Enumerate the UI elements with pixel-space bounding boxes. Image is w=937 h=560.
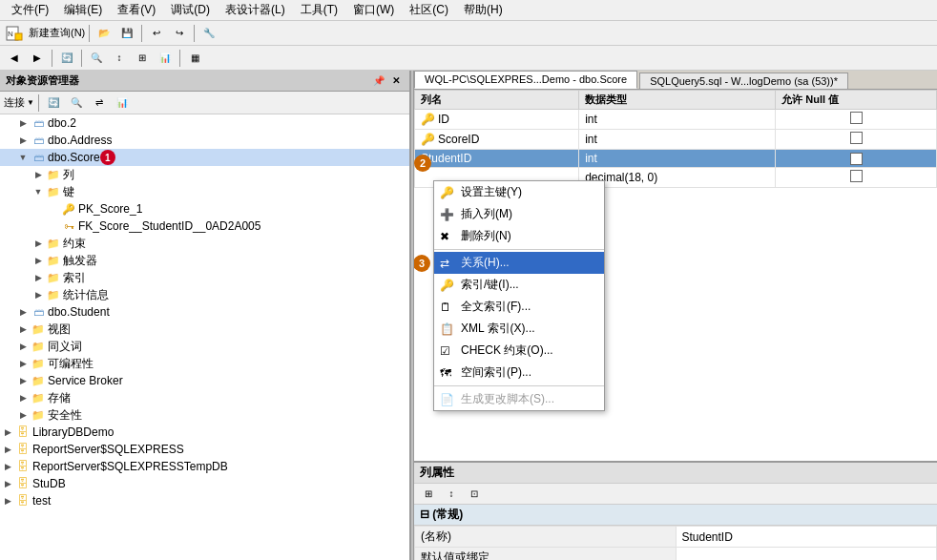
menu-file[interactable]: 文件(F) bbox=[4, 0, 56, 20]
close-panel-btn[interactable]: ✕ bbox=[388, 73, 404, 89]
menu-tools[interactable]: 工具(T) bbox=[293, 0, 345, 20]
tree-item-dbo2[interactable]: ▶ 🗃 dbo.2 bbox=[0, 114, 409, 132]
bottom-content[interactable]: ⊟ (常规) (名称) StudentID 默认值或绑定 数据类型 bbox=[414, 505, 937, 560]
connect-dropdown[interactable]: ▼ bbox=[27, 98, 34, 107]
tree-item-librarydb[interactable]: ▶ 🗄 LibraryDBDemo bbox=[0, 424, 409, 441]
refresh-btn[interactable]: 🔄 bbox=[56, 49, 77, 68]
tree-item-index[interactable]: ▶ 📁 索引 bbox=[0, 269, 409, 286]
forward-btn[interactable]: ▶ bbox=[27, 49, 48, 68]
props-icon-btn[interactable]: ⊡ bbox=[464, 485, 485, 504]
tree-item-constraints[interactable]: ▶ 📁 约束 bbox=[0, 235, 409, 252]
col-btn[interactable]: ▦ bbox=[184, 49, 205, 68]
context-menu[interactable]: 🔑 设置主键(Y) ➕ 插入列(M) ✖ 删除列(N) 3 ⇄ bbox=[433, 180, 605, 411]
sync-btn[interactable]: ⇌ bbox=[89, 93, 110, 113]
tree-item-keys[interactable]: ▼ 📁 键 bbox=[0, 183, 409, 200]
tree-item-dboAddress[interactable]: ▶ 🗃 dbo.Address bbox=[0, 132, 409, 149]
tree-item-columns[interactable]: ▶ 📁 列 bbox=[0, 166, 409, 183]
toolbar-sep-2 bbox=[141, 25, 142, 42]
expand-views[interactable]: ▶ bbox=[15, 321, 31, 337]
expand-dbo2[interactable]: ▶ bbox=[15, 115, 31, 131]
table-row[interactable]: 🔑ScoreID int bbox=[415, 130, 937, 150]
ctx-spatial-index[interactable]: 🗺 空间索引(P)... bbox=[434, 362, 604, 384]
menu-view[interactable]: 查看(V) bbox=[110, 0, 163, 20]
icon-btn[interactable]: ⊞ bbox=[132, 49, 153, 68]
expand-reportservertemp[interactable]: ▶ bbox=[0, 459, 15, 474]
tree-item-security[interactable]: ▶ 📁 安全性 bbox=[0, 406, 409, 424]
ctx-set-primary-key[interactable]: 🔑 设置主键(Y) bbox=[434, 181, 604, 203]
ctx-fulltext-index[interactable]: 🗒 全文索引(F)... bbox=[434, 296, 604, 318]
tree-item-views[interactable]: ▶ 📁 视图 bbox=[0, 321, 409, 338]
tree-item-pk[interactable]: 🔑 PK_Score_1 bbox=[0, 200, 409, 218]
tab-query[interactable]: SQLQuery5.sql - W...logDemo (sa (53))* bbox=[639, 73, 848, 89]
expand-stats[interactable]: ▶ bbox=[31, 287, 46, 302]
expand-reportserver[interactable]: ▶ bbox=[0, 442, 15, 457]
ctx-relations[interactable]: 3 ⇄ 关系(H)... bbox=[434, 252, 604, 274]
menu-edit[interactable]: 编辑(E) bbox=[56, 0, 110, 20]
tab-score[interactable]: WQL-PC\SQLEXPRES...Demo - dbo.Score bbox=[414, 71, 637, 89]
save-btn[interactable]: 💾 bbox=[116, 24, 137, 43]
filter-btn[interactable]: 🔍 bbox=[86, 49, 107, 68]
tree-item-service-broker[interactable]: ▶ 📁 Service Broker bbox=[0, 372, 409, 389]
label-librarydb: LibraryDBDemo bbox=[32, 425, 114, 439]
prop-row-name[interactable]: (名称) StudentID bbox=[415, 527, 937, 548]
table-row-selected[interactable]: StudentID int ✔ bbox=[415, 150, 937, 168]
menu-help[interactable]: 帮助(H) bbox=[456, 0, 510, 20]
ctx-delete-col[interactable]: ✖ 删除列(N) bbox=[434, 225, 604, 247]
tree-item-synonyms[interactable]: ▶ 📁 同义词 bbox=[0, 338, 409, 355]
report-tree-btn[interactable]: 📊 bbox=[112, 93, 133, 113]
new-query-btn[interactable]: N bbox=[4, 24, 25, 43]
tree-item-reportserver[interactable]: ▶ 🗄 ReportServer$SQLEXPRESS bbox=[0, 441, 409, 458]
tree-item-dboScore[interactable]: ▼ 🗃 dbo.Score 1 bbox=[0, 149, 409, 166]
sort-btn[interactable]: ↕ bbox=[109, 49, 130, 68]
props-grid-btn[interactable]: ⊞ bbox=[418, 485, 439, 504]
open-btn[interactable]: 📂 bbox=[94, 24, 115, 43]
tree-item-dboStudent[interactable]: ▶ 🗃 dbo.Student bbox=[0, 303, 409, 321]
expand-test[interactable]: ▶ bbox=[0, 493, 15, 508]
expand-keys[interactable]: ▼ bbox=[31, 184, 46, 199]
expand-triggers[interactable]: ▶ bbox=[31, 253, 46, 268]
tree-item-fk[interactable]: 🗝 FK_Score__StudentID__0AD2A005 bbox=[0, 218, 409, 235]
ctx-xml-index[interactable]: 📋 XML 索引(X)... bbox=[434, 318, 604, 340]
expand-constraints[interactable]: ▶ bbox=[31, 236, 46, 251]
expand-service-broker[interactable]: ▶ bbox=[15, 373, 31, 388]
tree-item-studb[interactable]: ▶ 🗄 StuDB bbox=[0, 475, 409, 492]
refresh-tree-btn[interactable]: 🔄 bbox=[43, 93, 64, 113]
back-btn[interactable]: ◀ bbox=[4, 49, 25, 68]
ctx-index-keys[interactable]: 🔑 索引/键(I)... bbox=[434, 274, 604, 296]
expand-columns[interactable]: ▶ bbox=[31, 167, 46, 182]
expand-dboStudent[interactable]: ▶ bbox=[15, 304, 31, 320]
expand-librarydb[interactable]: ▶ bbox=[0, 425, 15, 440]
expand-index[interactable]: ▶ bbox=[31, 270, 46, 285]
filter-tree-btn[interactable]: 🔍 bbox=[66, 93, 87, 113]
tree-item-triggers[interactable]: ▶ 📁 触发器 bbox=[0, 252, 409, 269]
prop-row-default[interactable]: 默认值或绑定 bbox=[415, 548, 937, 561]
expand-security[interactable]: ▶ bbox=[15, 407, 31, 423]
undo-btn[interactable]: ↩ bbox=[146, 24, 167, 43]
report-btn[interactable]: 📊 bbox=[155, 49, 176, 68]
tree-item-test[interactable]: ▶ 🗄 test bbox=[0, 492, 409, 509]
tree-item-storage[interactable]: ▶ 📁 存储 bbox=[0, 389, 409, 406]
tree-item-programmability[interactable]: ▶ 📁 可编程性 bbox=[0, 355, 409, 372]
redo-btn[interactable]: ↪ bbox=[169, 24, 190, 43]
tree-item-reportservertemp[interactable]: ▶ 🗄 ReportServer$SQLEXPRESSTempDB bbox=[0, 458, 409, 475]
menu-window[interactable]: 窗口(W) bbox=[345, 0, 402, 20]
expand-studb[interactable]: ▶ bbox=[0, 476, 15, 491]
expand-programmability[interactable]: ▶ bbox=[15, 356, 31, 371]
ctx-check-constraint[interactable]: ☑ CHECK 约束(O)... bbox=[434, 340, 604, 362]
properties-btn[interactable]: 🔧 bbox=[198, 24, 219, 43]
props-sort-btn[interactable]: ↕ bbox=[441, 485, 462, 504]
expand-storage[interactable]: ▶ bbox=[15, 390, 31, 405]
menu-debug[interactable]: 调试(D) bbox=[163, 0, 218, 20]
expand-synonyms[interactable]: ▶ bbox=[15, 339, 31, 354]
connect-label[interactable]: 连接 bbox=[4, 95, 25, 110]
expand-dboAddress[interactable]: ▶ bbox=[15, 133, 31, 148]
expand-dboScore[interactable]: ▼ bbox=[15, 150, 31, 165]
ctx-insert-col[interactable]: ➕ 插入列(M) bbox=[434, 203, 604, 225]
pin-btn[interactable]: 📌 bbox=[371, 73, 386, 89]
table-row[interactable]: 🔑ID int bbox=[415, 110, 937, 130]
menu-table-designer[interactable]: 表设计器(L) bbox=[218, 0, 293, 20]
tree-content[interactable]: ▶ 🗃 dbo.2 ▶ 🗃 dbo.Address ▼ 🗃 dbo.Score … bbox=[0, 114, 409, 560]
menu-community[interactable]: 社区(C) bbox=[402, 0, 456, 20]
tree-item-stats[interactable]: ▶ 📁 统计信息 bbox=[0, 286, 409, 303]
new-query-label[interactable]: 新建查询(N) bbox=[29, 26, 85, 40]
